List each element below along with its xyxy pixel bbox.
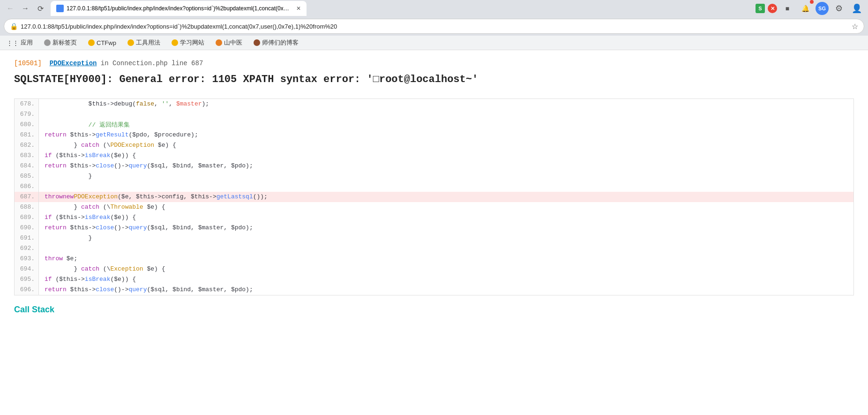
tab-favicon — [56, 5, 64, 12]
code-content-692 — [39, 243, 50, 254]
error-in-text: in — [97, 60, 112, 67]
code-content-695: if ($this->isBreak($e)) { — [39, 274, 142, 285]
code-line-682: 682. } catch (\PDOException $e) { — [15, 140, 853, 151]
extension-green-icon[interactable]: S — [756, 4, 765, 13]
settings-button[interactable]: ⚙ — [831, 1, 846, 16]
code-content-681: return $this->getResult($pdo, $procedure… — [39, 130, 204, 140]
page-content: [10501] PDOException in Connection.php l… — [0, 50, 868, 378]
code-line-694: 694. } catch (\Exception $e) { — [15, 264, 853, 274]
reload-button[interactable]: ⟳ — [34, 2, 47, 15]
code-line-680: 680. // 返回结果集 — [15, 120, 853, 130]
code-content-696: return $this->close()->query($sql, $bind… — [39, 285, 259, 295]
code-content-689: if ($this->isBreak($e)) { — [39, 212, 142, 223]
lock-icon: 🔒 — [10, 23, 18, 30]
active-tab[interactable]: 127.0.0.1:88/tp51/public/index.php/index… — [51, 1, 307, 16]
apps-label: 应用 — [21, 38, 33, 47]
code-content-686 — [39, 181, 50, 192]
browser-actions: S ✕ ■ 🔔 SG ⚙ 👤 — [756, 1, 864, 16]
nav-buttons: ← → ⟳ — [4, 2, 47, 15]
tab-close-button[interactable]: ✕ — [296, 5, 301, 12]
error-message: SQLSTATE[HY000]: General error: 1105 XPA… — [14, 73, 854, 87]
code-content-693: throw $e; — [39, 254, 83, 264]
code-content-690: return $this->close()->query($sql, $bind… — [39, 223, 259, 233]
code-content-694: } catch (\Exception $e) { — [39, 264, 171, 274]
address-bar-row: 🔒 127.0.0.1:88/tp51/public/index.php/ind… — [0, 17, 868, 36]
code-content-682: } catch (\PDOException $e) { — [39, 140, 182, 151]
bookmark-label-new-tab: 新标签页 — [52, 38, 77, 47]
back-button[interactable]: ← — [4, 2, 17, 15]
line-num-679: 679. — [15, 109, 39, 120]
code-content-688: } catch (\Throwable $e) { — [39, 202, 171, 212]
error-header: [10501] PDOException in Connection.php l… — [14, 60, 854, 67]
bookmarks-bar: ⋮⋮ 应用 新标签页 CTFwp 工具用法 学习网站 山中医 师傅们的博客 — [0, 36, 868, 50]
code-line-685: 685. } — [15, 171, 853, 181]
bookmark-star-icon[interactable]: ☆ — [852, 22, 858, 31]
bookmark-new-tab[interactable]: 新标签页 — [41, 38, 80, 48]
extensions-button[interactable]: ■ — [780, 1, 795, 16]
code-content-683: if ($this->isBreak($e)) { — [39, 151, 142, 161]
line-num-690: 690. — [15, 223, 39, 233]
code-line-695: 695. if ($this->isBreak($e)) { — [15, 274, 853, 285]
code-content-685: } — [39, 171, 97, 181]
bookmark-dot-ctfwp — [88, 39, 95, 46]
bookmark-medicine[interactable]: 山中医 — [213, 38, 245, 48]
line-num-683: 683. — [15, 151, 39, 161]
line-num-684: 684. — [15, 161, 39, 171]
code-line-696: 696. return $this->close()->query($sql, … — [15, 285, 853, 295]
apps-grid-icon: ⋮⋮ — [7, 39, 19, 46]
extension-red-icon[interactable]: ✕ — [768, 4, 777, 13]
line-num-685: 685. — [15, 171, 39, 181]
notification-badge: 🔔 — [798, 1, 813, 16]
tab-bar: ← → ⟳ 127.0.0.1:88/tp51/public/index.php… — [0, 0, 868, 17]
bookmark-dot-medicine — [216, 39, 222, 46]
bookmark-dot-gray — [44, 39, 51, 46]
code-line-681: 681. return $this->getResult($pdo, $proc… — [15, 130, 853, 140]
call-stack-heading: Call Stack — [14, 305, 854, 315]
bookmark-tools[interactable]: 工具用法 — [125, 38, 163, 48]
code-content-679 — [39, 109, 50, 120]
code-block: 678. $this->debug(false, '', $master); 6… — [14, 98, 854, 295]
profile-avatar[interactable]: SG — [816, 2, 829, 15]
bookmark-label-medicine: 山中医 — [224, 38, 242, 47]
bookmark-label-tools: 工具用法 — [136, 38, 160, 47]
code-line-688: 688. } catch (\Throwable $e) { — [15, 202, 853, 212]
line-num-680: 680. — [15, 120, 39, 130]
bookmark-dot-blog — [254, 39, 260, 46]
line-num-694: 694. — [15, 264, 39, 274]
error-line-text: line — [168, 60, 191, 67]
browser-chrome: ← → ⟳ 127.0.0.1:88/tp51/public/index.php… — [0, 0, 868, 50]
line-num-693: 693. — [15, 254, 39, 264]
notification-dot — [810, 0, 814, 4]
line-num-691: 691. — [15, 233, 39, 243]
error-class-link[interactable]: PDOException — [50, 60, 97, 67]
url-text[interactable]: 127.0.0.1:88/tp51/public/index.php/index… — [21, 23, 849, 30]
bookmark-learn[interactable]: 学习网站 — [169, 38, 207, 48]
error-file: Connection.php — [112, 60, 168, 67]
address-bar[interactable]: 🔒 127.0.0.1:88/tp51/public/index.php/ind… — [4, 19, 864, 34]
error-line-num: 687 — [191, 60, 203, 67]
line-num-688: 688. — [15, 202, 39, 212]
tab-title: 127.0.0.1:88/tp51/public/index.php/index… — [67, 5, 292, 12]
error-code: [10501] — [14, 60, 42, 67]
bookmark-blog[interactable]: 师傅们的博客 — [251, 38, 301, 48]
bookmark-label-learn: 学习网站 — [180, 38, 204, 47]
user-account-button[interactable]: 👤 — [849, 1, 864, 16]
line-num-678: 678. — [15, 99, 39, 109]
line-num-686: 686. — [15, 181, 39, 192]
code-line-689: 689. if ($this->isBreak($e)) { — [15, 212, 853, 223]
code-line-686: 686. — [15, 181, 853, 192]
code-line-692: 692. — [15, 243, 853, 254]
code-line-691: 691. } — [15, 233, 853, 243]
code-line-693: 693. throw $e; — [15, 254, 853, 264]
bookmark-label-ctfwp: CTFwp — [97, 39, 116, 46]
line-num-682: 682. — [15, 140, 39, 151]
code-line-678: 678. $this->debug(false, '', $master); — [15, 99, 853, 109]
code-content-684: return $this->close()->query($sql, $bind… — [39, 161, 259, 171]
bookmark-dot-tools — [127, 39, 134, 46]
apps-button[interactable]: ⋮⋮ 应用 — [4, 38, 36, 48]
code-line-683: 683. if ($this->isBreak($e)) { — [15, 151, 853, 161]
forward-button[interactable]: → — [19, 2, 32, 15]
code-line-684: 684. return $this->close()->query($sql, … — [15, 161, 853, 171]
bookmark-ctfwp[interactable]: CTFwp — [85, 38, 119, 47]
line-num-687: 687. — [15, 192, 39, 202]
